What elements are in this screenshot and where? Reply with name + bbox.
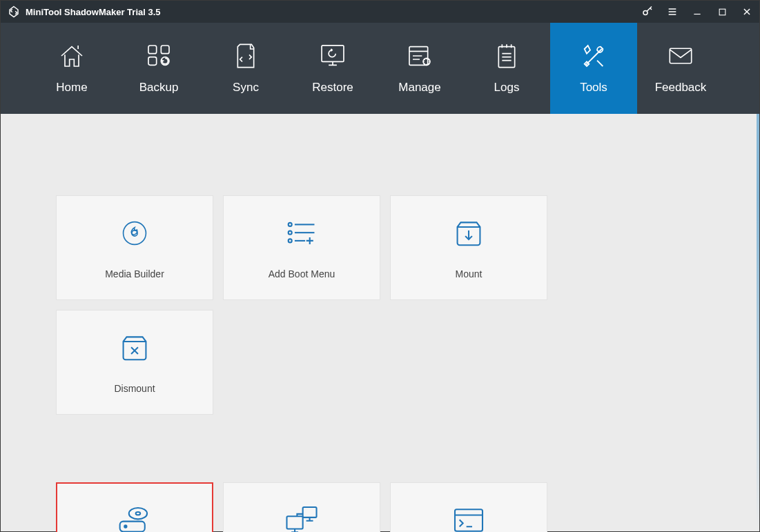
tile-mount[interactable]: Mount: [390, 195, 547, 300]
list-add-icon: [284, 216, 320, 250]
logs-icon: [495, 42, 518, 70]
svg-rect-21: [303, 507, 317, 518]
tools-grid: Media Builder Add Boot Menu: [56, 195, 704, 532]
menu-button[interactable]: [660, 1, 685, 23]
backup-icon: [145, 42, 173, 70]
mount-icon: [453, 216, 485, 250]
tools-icon: [580, 42, 607, 70]
svg-rect-22: [455, 509, 483, 531]
app-window: MiniTool ShadowMaker Trial 3.5: [0, 0, 760, 532]
svg-rect-2: [148, 46, 157, 54]
svg-rect-3: [161, 46, 169, 54]
svg-rect-1: [719, 9, 725, 15]
main-nav: Home Backup: [1, 23, 759, 114]
nav-sync[interactable]: Sync: [202, 23, 289, 114]
svg-point-18: [129, 508, 147, 519]
tile-dismount[interactable]: Dismount: [56, 310, 213, 415]
tile-label: Add Boot Menu: [269, 268, 335, 279]
tile-pxe[interactable]: PXE: [223, 482, 380, 532]
tools-content: Media Builder Add Boot Menu: [1, 114, 759, 531]
svg-rect-6: [322, 46, 344, 62]
nav-backup[interactable]: Backup: [115, 23, 202, 114]
disc-flame-icon: [119, 216, 150, 250]
maximize-button[interactable]: [710, 1, 734, 23]
nav-tools[interactable]: Tools: [550, 23, 637, 114]
titlebar: MiniTool ShadowMaker Trial 3.5: [1, 1, 759, 23]
svg-rect-16: [120, 522, 145, 532]
svg-point-13: [289, 223, 292, 226]
app-logo-icon: [8, 6, 20, 18]
restore-icon: [318, 42, 347, 70]
svg-rect-10: [670, 48, 691, 63]
tile-remote[interactable]: Remote: [390, 482, 547, 532]
tile-label: Mount: [456, 268, 483, 279]
nav-manage[interactable]: Manage: [376, 23, 463, 114]
right-edge-accent: [757, 114, 759, 531]
tile-add-boot-menu[interactable]: Add Boot Menu: [223, 195, 380, 300]
app-title: MiniTool ShadowMaker Trial 3.5: [26, 7, 161, 17]
svg-point-14: [289, 231, 292, 235]
minimize-button[interactable]: [685, 1, 710, 23]
svg-rect-4: [148, 57, 157, 66]
home-icon: [58, 42, 86, 70]
manage-icon: [406, 42, 433, 70]
pxe-icon: [283, 503, 320, 532]
nav-label: Manage: [398, 81, 440, 95]
tile-clone-disk[interactable]: Clone Disk: [56, 482, 213, 532]
svg-point-17: [124, 525, 126, 527]
nav-label: Sync: [233, 81, 259, 95]
nav-label: Home: [56, 81, 87, 95]
sync-icon: [233, 42, 258, 70]
nav-feedback[interactable]: Feedback: [637, 23, 724, 114]
clone-disk-icon: [115, 503, 154, 532]
tile-label: Media Builder: [105, 268, 164, 279]
nav-label: Backup: [139, 81, 179, 95]
svg-rect-20: [286, 516, 302, 529]
tile-media-builder[interactable]: Media Builder: [56, 195, 213, 300]
dismount-icon: [119, 331, 150, 365]
key-button[interactable]: [635, 1, 660, 23]
close-button[interactable]: [734, 1, 759, 23]
terminal-icon: [451, 503, 486, 532]
svg-point-0: [643, 11, 647, 15]
nav-label: Feedback: [655, 81, 707, 95]
nav-label: Restore: [312, 81, 353, 95]
nav-home[interactable]: Home: [28, 23, 115, 114]
svg-point-15: [289, 239, 292, 242]
nav-restore[interactable]: Restore: [289, 23, 376, 114]
nav-label: Tools: [580, 81, 607, 95]
nav-label: Logs: [494, 81, 520, 95]
feedback-icon: [668, 42, 694, 70]
tile-label: Dismount: [114, 383, 155, 394]
svg-point-11: [124, 222, 146, 245]
nav-logs[interactable]: Logs: [463, 23, 550, 114]
svg-point-19: [136, 512, 141, 515]
